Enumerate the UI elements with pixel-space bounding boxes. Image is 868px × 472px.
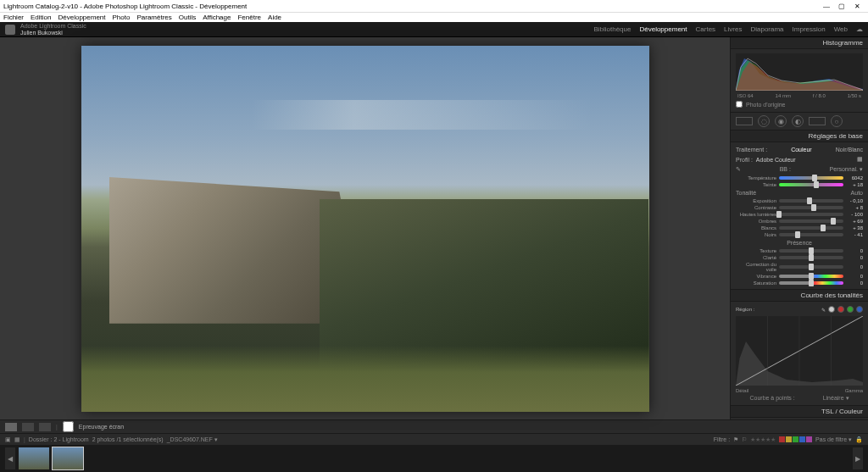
minimize-button[interactable]: — bbox=[819, 3, 834, 10]
color-section: Teinte Saturation Luminance Tout Précéde… bbox=[731, 418, 868, 419]
canvas-area bbox=[0, 37, 730, 419]
masking-tool[interactable]: ◐ bbox=[792, 115, 804, 127]
treatment-bw[interactable]: Noir/Blanc bbox=[836, 147, 863, 153]
label-purple[interactable] bbox=[806, 436, 812, 442]
original-checkbox[interactable] bbox=[736, 101, 743, 108]
label-blue[interactable] bbox=[799, 436, 805, 442]
clarity-slider[interactable] bbox=[779, 256, 843, 259]
module-develop[interactable]: Développement bbox=[639, 25, 687, 33]
treatment-color[interactable]: Couleur bbox=[791, 147, 812, 153]
basic-section: Traitement : Couleur Noir/Blanc Profil :… bbox=[731, 142, 868, 290]
tint-slider[interactable] bbox=[779, 183, 843, 186]
spot-tool[interactable]: ◌ bbox=[758, 115, 770, 127]
filmstrip-thumb-2[interactable] bbox=[53, 447, 83, 469]
lr-logo-icon bbox=[5, 25, 15, 35]
vibrance-slider[interactable] bbox=[779, 275, 843, 278]
window-title: Lightroom Catalog-2-v10 - Adobe Photosho… bbox=[3, 3, 819, 10]
flag-reject-icon[interactable]: ⚐ bbox=[742, 436, 747, 443]
curve-point-icon[interactable]: ✎ bbox=[821, 307, 826, 313]
menu-photo[interactable]: Photo bbox=[113, 14, 131, 21]
exposure-slider[interactable] bbox=[779, 199, 843, 203]
basic-header[interactable]: Réglages de base bbox=[731, 130, 868, 142]
highlights-slider[interactable] bbox=[779, 213, 843, 216]
label-red[interactable] bbox=[779, 436, 785, 442]
blacks-slider[interactable] bbox=[779, 233, 843, 236]
pointcurve-select[interactable]: Linéaire ▾ bbox=[823, 395, 849, 402]
curve-rgb[interactable] bbox=[828, 306, 835, 313]
temp-slider[interactable] bbox=[779, 176, 843, 180]
close-button[interactable]: ✕ bbox=[849, 3, 865, 10]
tonecurve-section: Région : ✎ DétailGamma Courbe à points :… bbox=[731, 302, 868, 406]
module-map[interactable]: Cartes bbox=[696, 25, 716, 33]
flag-pick-icon[interactable]: ⚑ bbox=[733, 436, 738, 443]
module-slideshow[interactable]: Diaporama bbox=[750, 25, 783, 33]
eyedropper-icon[interactable]: ✎ bbox=[736, 166, 741, 173]
breadcrumb-count: 2 photos /1 sélectionnée(s) bbox=[92, 436, 164, 442]
main-area: Histogramme ISO 64 14 mm f / 8.0 1/50 s … bbox=[0, 37, 868, 419]
star-filter[interactable]: ★★★★★ bbox=[750, 436, 776, 443]
contrast-slider[interactable] bbox=[779, 206, 843, 209]
second-monitor-icon[interactable]: ▣ bbox=[5, 436, 11, 443]
histogram-chart[interactable] bbox=[736, 53, 863, 91]
local-tools-strip: ◌ ◉ ◐ ○ bbox=[731, 113, 868, 130]
module-library[interactable]: Bibliothèque bbox=[593, 25, 631, 33]
menu-tools[interactable]: Outils bbox=[179, 14, 196, 21]
shadows-slider[interactable] bbox=[779, 219, 843, 223]
window-titlebar: Lightroom Catalog-2-v10 - Adobe Photosho… bbox=[0, 0, 868, 12]
secondary-toolbar: | Epreuvage écran bbox=[0, 419, 868, 433]
menu-help[interactable]: Aide bbox=[268, 14, 281, 21]
filter-lock-icon[interactable]: 🔒 bbox=[855, 436, 863, 443]
softproof-checkbox[interactable] bbox=[63, 421, 74, 432]
texture-slider[interactable] bbox=[779, 249, 843, 253]
menu-view[interactable]: Affichage bbox=[203, 14, 231, 21]
identity-plate: Adobe Lightroom Classic Julien Bukowski … bbox=[0, 22, 868, 37]
grid-icon[interactable]: ▦ bbox=[14, 436, 20, 443]
filmstrip-prev[interactable]: ◀ bbox=[5, 447, 15, 469]
auto-tone-button[interactable]: Auto bbox=[851, 190, 863, 196]
profile-browser-icon[interactable]: ▦ bbox=[857, 156, 863, 163]
original-photo-row: Photo d'origine bbox=[736, 99, 863, 109]
module-picker: Bibliothèque Développement Cartes Livres… bbox=[593, 25, 848, 33]
photo-preview[interactable] bbox=[81, 46, 649, 412]
curve-green[interactable] bbox=[847, 306, 854, 313]
filmstrip: ◀ ▶ bbox=[0, 445, 868, 472]
menu-develop[interactable]: Développement bbox=[58, 14, 105, 21]
histogram-exif: ISO 64 14 mm f / 8.0 1/50 s bbox=[736, 92, 863, 99]
crop-tool[interactable] bbox=[736, 117, 753, 125]
compare-button[interactable] bbox=[39, 423, 51, 431]
menu-file[interactable]: Fichier bbox=[3, 14, 24, 21]
curve-red[interactable] bbox=[837, 306, 844, 313]
dehaze-slider[interactable] bbox=[779, 265, 843, 269]
redeye-tool[interactable]: ◉ bbox=[775, 115, 787, 127]
cloud-sync-icon[interactable]: ☁ bbox=[856, 25, 863, 33]
loupe-view-button[interactable] bbox=[5, 423, 17, 431]
whites-slider[interactable] bbox=[779, 226, 843, 230]
curve-blue[interactable] bbox=[856, 306, 863, 313]
menu-window[interactable]: Fenêtre bbox=[237, 14, 261, 21]
before-after-button[interactable] bbox=[22, 423, 34, 431]
menu-edit[interactable]: Edition bbox=[31, 14, 51, 21]
module-book[interactable]: Livres bbox=[724, 25, 742, 33]
saturation-slider[interactable] bbox=[779, 281, 843, 285]
menu-settings[interactable]: Paramètres bbox=[136, 14, 171, 21]
label-green[interactable] bbox=[793, 436, 798, 442]
profile-select[interactable]: Adobe Couleur bbox=[753, 157, 857, 163]
filter-preset-select[interactable]: Pas de filtre ▾ bbox=[815, 436, 852, 443]
module-print[interactable]: Impression bbox=[793, 25, 826, 33]
gradient-tool[interactable] bbox=[809, 117, 826, 125]
develop-panel: Histogramme ISO 64 14 mm f / 8.0 1/50 s … bbox=[730, 37, 868, 419]
label-yellow[interactable] bbox=[786, 436, 792, 442]
histogram-section: ISO 64 14 mm f / 8.0 1/50 s Photo d'orig… bbox=[731, 49, 868, 113]
histogram-header[interactable]: Histogramme bbox=[731, 37, 868, 49]
wb-preset-select[interactable]: Personnal. ▾ bbox=[830, 166, 863, 173]
filmstrip-next[interactable]: ▶ bbox=[853, 447, 863, 469]
module-web[interactable]: Web bbox=[834, 25, 848, 33]
breadcrumb-file[interactable]: _DSC49607.NEF ▾ bbox=[167, 436, 218, 443]
color-header[interactable]: TSL / Couleur bbox=[731, 406, 868, 418]
tonecurve-header[interactable]: Courbe des tonalités bbox=[731, 290, 868, 302]
breadcrumb-folder[interactable]: Dossier : 2 - Lightroom bbox=[29, 436, 89, 442]
maximize-button[interactable]: ▢ bbox=[834, 3, 849, 10]
filmstrip-thumb-1[interactable] bbox=[19, 447, 49, 469]
tonecurve-chart[interactable] bbox=[736, 316, 863, 386]
radial-tool[interactable]: ○ bbox=[831, 115, 843, 127]
